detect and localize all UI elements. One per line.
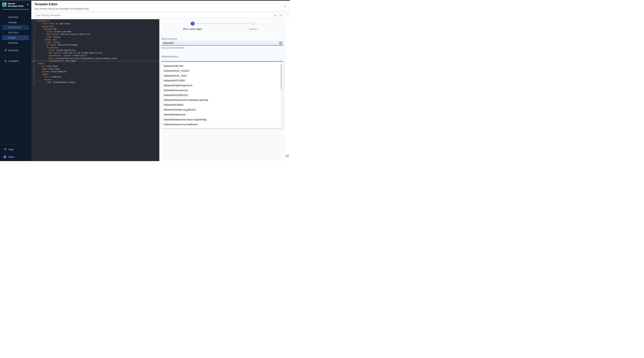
load-template-placeholder: Load Existing Template [35,14,60,17]
repo-option[interactable]: Debanitrkl/Awesome-Federated-Learning [161,98,283,102]
main-area: Template Editor Edit, preview, and try o… [31,1,290,161]
code-text: type: string [38,41,60,44]
repo-option[interactable]: Debanitrkl/CellBox [161,102,283,107]
step-1-indicator[interactable]: 1 [191,22,194,26]
code-line[interactable]: 18 - id: fetch-base [31,65,159,68]
code-text: valueSelector: full_name [38,60,76,62]
sidebar-item-overview[interactable]: Overview [2,15,29,20]
code-line[interactable]: 4 gitusername: [31,28,159,31]
load-template-select[interactable]: Load Existing Template [33,12,278,18]
repo-option[interactable]: Debanitrkl/anitab-org.github.io [161,107,283,112]
repo-option[interactable]: Debanitrkl/Anonymous [161,88,283,93]
app-grid-icon[interactable] [27,3,29,6]
dropdown-scrollbar[interactable] [281,63,282,127]
code-line[interactable]: 1parameters: [31,20,159,22]
code-line[interactable]: 25 [31,84,159,86]
user-avatar: D [3,155,6,158]
sidebar-item-devtools[interactable]: DevTools [0,48,31,53]
sidebar-item-label: Help [8,148,14,151]
repo-option[interactable]: Debanitrkl/awesome [161,112,283,117]
code-line[interactable]: 5 title: Github username [31,31,159,33]
repo-option[interactable]: Debanitrkl/awesome-chaos-engineering [161,117,283,122]
code-line[interactable]: 20 action: fetch:template [31,70,159,73]
scrollbar-thumb[interactable] [281,64,282,89]
sidebar-item-label: Configure [8,60,19,62]
code-line[interactable]: 6 description: Harness Project Identifie… [31,33,159,36]
repo-option[interactable]: Debanitrkl/awesome-healthcare [161,122,283,127]
code-editor[interactable]: 1parameters:2 - title: Fill in some step… [31,19,159,161]
user-name: Deba [8,155,14,158]
sidebar-user[interactable]: D Deba [0,154,31,159]
github-username-label: Github username [161,38,284,40]
code-text: title: GitHub Repository [38,49,76,52]
code-line[interactable]: 10 ui:field: SelectFieldFromApi [31,44,159,46]
code-line[interactable]: 2 - title: Fill in some steps [31,22,159,25]
step-2-indicator[interactable]: 2 [251,22,255,26]
line-number: 3 [31,25,35,28]
code-line[interactable]: 21 input: [31,73,159,76]
sidebar-logo[interactable]: Internal Developer Portal [0,1,31,7]
sidebar-item-self-service[interactable]: Self service [2,25,29,30]
line-number: 24 [31,81,35,84]
code-line[interactable]: 24 name: ${{parameters.name}} [31,81,159,84]
code-text: github_repo: [38,39,58,41]
line-number: 7 [31,36,35,39]
github-username-helper: Harness Project Identifier [161,47,284,49]
line-number: 17 [31,62,35,65]
code-line[interactable]: 14 placeholder: "Choose a Repository" [31,54,159,57]
code-text: parameters: [38,20,50,22]
step-1-label: Fill in some steps [183,28,202,31]
close-icon[interactable]: × [280,14,282,17]
code-line[interactable]: 22 url: ./template [31,76,159,78]
code-text: - id: fetch-base [38,65,58,68]
code-text: action: fetch:template [38,70,67,73]
github-username-input[interactable]: Debanitrkl [161,41,284,46]
code-line[interactable]: 17steps: [31,62,159,65]
chat-bubbles-icon[interactable] [285,154,290,158]
code-line[interactable]: 7 type: string [31,36,159,39]
code-text: properties: [38,25,54,28]
sidebar-item-catalog[interactable]: Catalog [2,20,29,25]
code-text: - title: Fill in some steps [38,22,70,25]
code-line[interactable]: 9 type: string [31,41,159,44]
code-line[interactable]: 23 values: [31,78,159,81]
line-number: 22 [31,76,35,78]
repo-option[interactable]: Debanitrkl/ASL_HACK2 [161,68,283,73]
repo-option[interactable]: Debanitrkl/AgeProgression [161,83,283,88]
code-text: steps: [38,62,44,65]
line-number: 20 [31,70,35,73]
sidebar-item-incidents[interactable]: Incidents [2,40,29,45]
line-number: 10 [31,44,35,46]
code-line[interactable]: 12 title: GitHub Repository [31,49,159,52]
line-number: 23 [31,78,35,81]
line-number: 5 [31,31,35,33]
repo-option[interactable]: Debanitrkl/ASL_Hack [161,73,283,78]
repo-option[interactable]: Debanitrkl/AutSPACEs [161,93,283,98]
sidebar-item-configure[interactable]: ⚙ Configure [0,58,31,63]
code-line[interactable]: 16 valueSelector: full_name [31,60,159,62]
code-line[interactable]: 19 name: Fetch Base [31,68,159,70]
kebab-menu-icon[interactable] [284,4,286,8]
github-repository-select[interactable]: × [161,58,284,62]
code-text: type: string [38,36,60,39]
autofill-icon[interactable] [279,42,282,45]
sidebar-item-api-docs[interactable]: API Docs [2,30,29,35]
repo-option[interactable]: Debanitrkl/ATFORD [161,78,283,83]
sidebar-item-create[interactable]: Create [2,35,29,40]
code-line[interactable]: 11 ui:options: [31,47,159,49]
gear-icon: ⚙ [4,60,7,62]
page-subtitle: Edit, preview, and try out templates and… [34,8,290,10]
template-toolbar: Load Existing Template × [31,11,290,19]
code-line[interactable]: 13 description: Pick one of the GitHub R… [31,52,159,54]
code-line[interactable]: 15 path: proxy/github-api/users/{{parame… [31,57,159,60]
code-line[interactable]: 3 properties: [31,25,159,28]
code-text: input: [38,73,49,76]
chevron-up-icon[interactable] [280,59,282,60]
wrench-icon [4,49,7,52]
code-line[interactable]: 8 github_repo: [31,39,159,41]
form-panel: 1 2 Fill in some steps Review Github use… [159,19,284,161]
code-text: title: Github username [38,31,71,33]
clear-icon[interactable]: × [277,58,278,61]
sidebar-item-help[interactable]: ? Help [0,147,31,152]
repo-option[interactable]: Debanitrkl/3D-ZeF [161,63,283,68]
